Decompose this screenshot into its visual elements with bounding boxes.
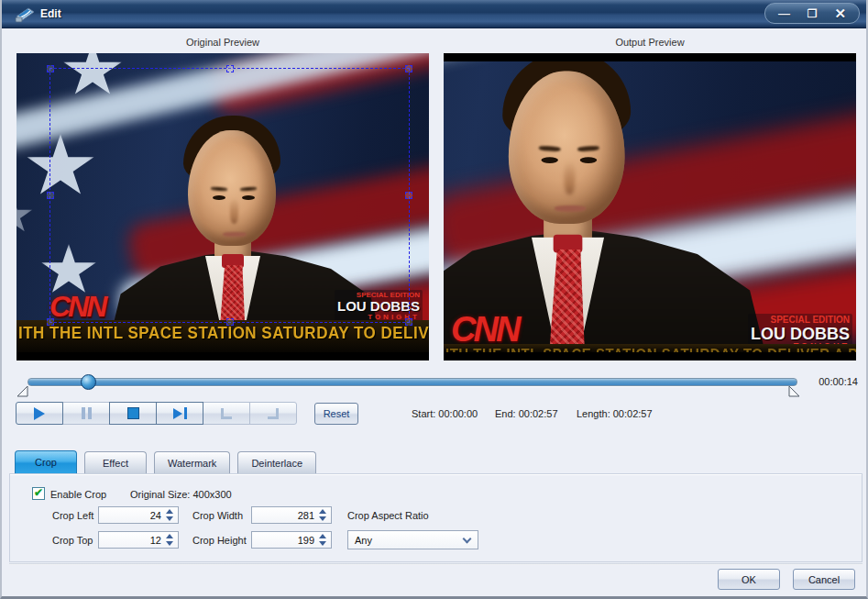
window-controls: — ❐ ✕ — [764, 3, 860, 24]
letterbox-bar — [16, 352, 429, 361]
crop-handle-middle-right[interactable] — [405, 192, 412, 199]
mouth — [555, 205, 586, 212]
crop-width-input[interactable] — [252, 507, 314, 523]
ok-button[interactable]: OK — [718, 569, 780, 590]
timeline-track[interactable] — [27, 378, 797, 386]
maximize-icon[interactable]: ❐ — [808, 8, 818, 19]
crop-selection[interactable] — [49, 68, 410, 323]
eye — [541, 157, 557, 163]
transport-controls — [16, 402, 297, 425]
timeline-thumb[interactable] — [81, 374, 96, 390]
next-frame-button[interactable] — [156, 402, 203, 425]
stop-button[interactable] — [109, 402, 157, 425]
crop-handle-bottom-left[interactable] — [47, 318, 54, 326]
minimize-icon[interactable]: — — [778, 7, 790, 19]
spinner-arrows-icon[interactable] — [319, 534, 327, 546]
crop-top-input[interactable] — [99, 532, 161, 548]
window-title: Edit — [40, 7, 61, 20]
crop-aspect-value: Any — [355, 535, 372, 546]
pause-button[interactable] — [62, 402, 110, 425]
edit-dialog: Edit — ❐ ✕ Original Preview Output Previ… — [0, 0, 868, 599]
crop-aspect-select[interactable]: Any — [347, 530, 478, 549]
special-edition-text: SPECIAL EDITION — [751, 316, 850, 326]
tab-deinterlace[interactable]: Deinterlace — [237, 451, 316, 473]
news-ticker: ITH THE INTL SPACE STATION SATURDAY TO D… — [16, 320, 429, 352]
crop-left-input[interactable] — [99, 507, 161, 523]
length-info: Length: 00:02:57 — [577, 408, 653, 419]
next-frame-icon — [173, 407, 187, 419]
set-start-button[interactable] — [203, 402, 250, 425]
crop-height-input[interactable] — [252, 532, 314, 548]
lou-dobbs-text: LOU DOBBS — [751, 326, 850, 343]
trim-end-marker[interactable] — [788, 386, 799, 397]
crop-handle-bottom-right[interactable] — [405, 318, 412, 326]
edit-tabs: Crop Effect Watermark Deinterlace — [15, 450, 316, 473]
end-time-info: End: 00:02:57 — [495, 408, 558, 419]
face — [509, 72, 625, 224]
crop-handle-bottom-center[interactable] — [226, 318, 234, 326]
crop-handle-top-center[interactable] — [226, 65, 234, 72]
crop-left-label: Crop Left — [52, 510, 93, 521]
crop-handle-top-right[interactable] — [405, 65, 412, 72]
spinner-arrows-icon[interactable] — [166, 509, 174, 521]
stop-icon — [127, 407, 139, 419]
play-icon — [34, 407, 45, 420]
reset-button[interactable]: Reset — [314, 403, 358, 425]
crop-handle-top-left[interactable] — [47, 65, 54, 72]
original-preview[interactable]: CNN SPECIAL EDITION LOU DOBBS TONIGHT IT… — [16, 53, 429, 361]
tab-crop[interactable]: Crop — [15, 450, 77, 473]
tab-effect[interactable]: Effect — [84, 451, 147, 473]
original-preview-label: Original Preview — [16, 37, 429, 48]
crop-height-label: Crop Height — [192, 535, 247, 546]
crop-top-label: Crop Top — [52, 535, 93, 546]
output-preview: CNN SPECIAL EDITION LOU DOBBS TONIGHT IT… — [444, 53, 856, 361]
tab-watermark[interactable]: Watermark — [154, 451, 230, 473]
mark-in-icon — [221, 408, 232, 419]
ticker-text: ITH THE INTL SPACE STATION SATURDAY TO D… — [16, 320, 429, 344]
crop-top-spinner — [98, 531, 179, 549]
letterbox-bar — [444, 352, 856, 361]
checkmark-icon: ✔ — [34, 487, 43, 498]
footer-divider — [9, 563, 863, 565]
pause-icon — [82, 407, 92, 419]
crop-width-spinner — [251, 506, 332, 524]
crop-aspect-ratio-label: Crop Aspect Ratio — [347, 510, 429, 521]
app-icon — [14, 4, 36, 24]
enable-crop-label: Enable Crop — [50, 489, 106, 500]
chevron-down-icon — [463, 535, 472, 544]
spinner-arrows-icon[interactable] — [166, 534, 174, 546]
crop-height-spinner — [251, 531, 332, 549]
mark-out-icon — [268, 408, 279, 419]
crop-width-label: Crop Width — [192, 510, 243, 521]
crop-handle-middle-left[interactable] — [47, 192, 54, 199]
original-size-label: Original Size: 400x300 — [130, 489, 232, 500]
output-preview-label: Output Preview — [444, 37, 856, 48]
play-button[interactable] — [16, 402, 63, 425]
start-time-info: Start: 00:00:00 — [412, 408, 478, 419]
nose — [565, 161, 576, 194]
crop-left-spinner — [98, 506, 179, 524]
title-bar: Edit — ❐ ✕ — [2, 0, 866, 28]
enable-crop-checkbox[interactable]: ✔ — [32, 487, 45, 500]
eye — [580, 157, 597, 163]
spinner-arrows-icon[interactable] — [319, 509, 327, 521]
close-icon[interactable]: ✕ — [834, 6, 846, 20]
letterbox-bar — [444, 53, 856, 61]
current-time: 00:00:14 — [819, 376, 858, 387]
cancel-button[interactable]: Cancel — [793, 569, 855, 590]
set-end-button[interactable] — [249, 402, 297, 425]
trim-start-marker[interactable] — [17, 386, 28, 397]
